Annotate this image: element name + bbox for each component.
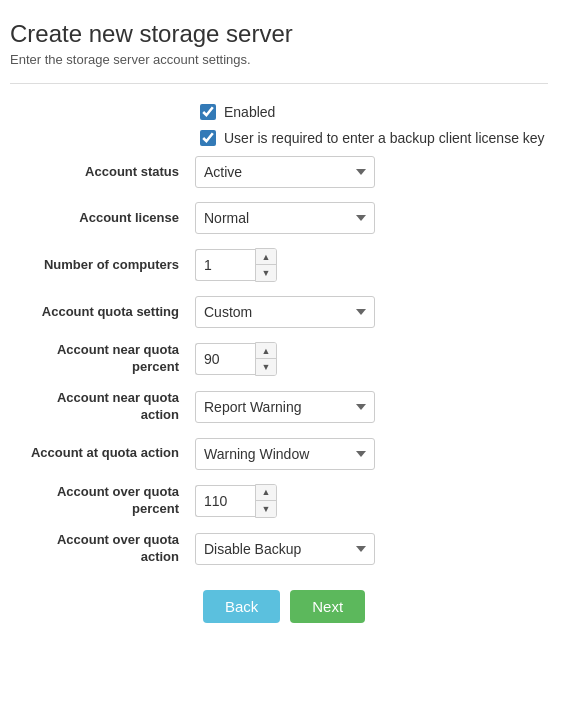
num-computers-down[interactable]: ▼ [256,265,276,281]
quota-setting-row: Account quota setting Custom Default Unl… [20,296,548,328]
near-quota-percent-input[interactable]: 90 [195,343,255,375]
near-quota-percent-spinner: 90 ▲ ▼ [195,342,548,376]
account-license-label: Account license [20,210,195,227]
over-quota-percent-spinner: 110 ▲ ▼ [195,484,548,518]
over-quota-action-label: Account over quotaaction [20,532,195,566]
near-quota-action-select[interactable]: Report Warning Warning Window Disable Ba… [195,391,375,423]
account-license-row: Account license Normal Trial Premium [20,202,548,234]
near-quota-action-row: Account near quotaaction Report Warning … [20,390,548,424]
license-key-label: User is required to enter a backup clien… [224,130,545,146]
page-title: Create new storage server [10,20,548,48]
back-button[interactable]: Back [203,590,280,623]
at-quota-action-row: Account at quota action Warning Window R… [20,438,548,470]
over-quota-action-select[interactable]: Disable Backup Report Warning Warning Wi… [195,533,375,565]
num-computers-input[interactable]: 1 [195,249,255,281]
near-quota-percent-down[interactable]: ▼ [256,359,276,375]
at-quota-action-label: Account at quota action [20,445,195,462]
over-quota-percent-up[interactable]: ▲ [256,485,276,501]
over-quota-percent-label: Account over quotapercent [20,484,195,518]
account-status-label: Account status [20,164,195,181]
account-license-select[interactable]: Normal Trial Premium [195,202,375,234]
near-quota-action-label: Account near quotaaction [20,390,195,424]
over-quota-percent-input[interactable]: 110 [195,485,255,517]
num-computers-label: Number of computers [20,257,195,274]
near-quota-percent-row: Account near quotapercent 90 ▲ ▼ [20,342,548,376]
account-status-select[interactable]: Active Inactive Suspended [195,156,375,188]
over-quota-action-row: Account over quotaaction Disable Backup … [20,532,548,566]
page-subtitle: Enter the storage server account setting… [10,52,548,67]
account-status-row: Account status Active Inactive Suspended [20,156,548,188]
at-quota-action-select[interactable]: Warning Window Report Warning Disable Ba… [195,438,375,470]
near-quota-percent-label: Account near quotapercent [20,342,195,376]
over-quota-percent-down[interactable]: ▼ [256,501,276,517]
near-quota-percent-up[interactable]: ▲ [256,343,276,359]
button-row: Back Next [20,590,548,623]
enabled-checkbox[interactable] [200,104,216,120]
license-key-checkbox[interactable] [200,130,216,146]
num-computers-spinner: 1 ▲ ▼ [195,248,548,282]
over-quota-percent-row: Account over quotapercent 110 ▲ ▼ [20,484,548,518]
num-computers-up[interactable]: ▲ [256,249,276,265]
next-button[interactable]: Next [290,590,365,623]
quota-setting-label: Account quota setting [20,304,195,321]
num-computers-row: Number of computers 1 ▲ ▼ [20,248,548,282]
enabled-label: Enabled [224,104,275,120]
quota-setting-select[interactable]: Custom Default Unlimited [195,296,375,328]
